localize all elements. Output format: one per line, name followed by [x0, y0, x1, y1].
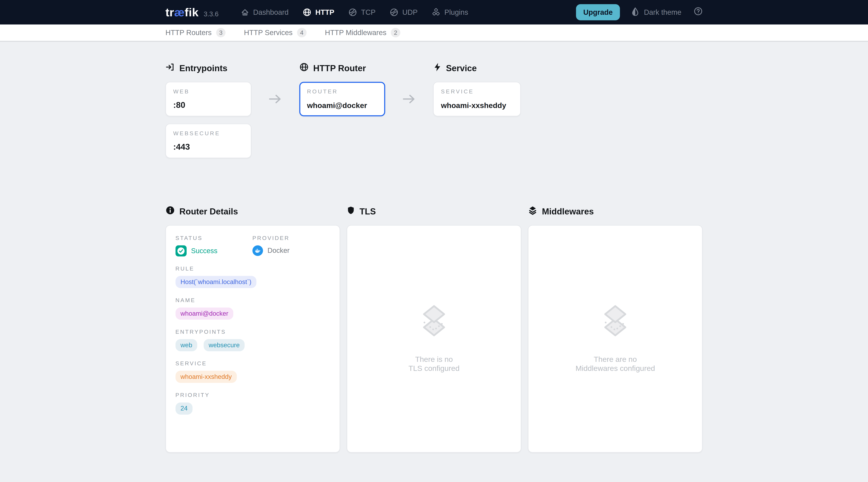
rule-group: RULE Host(`whoami.localhost`)	[176, 266, 330, 288]
priority-chip: 24	[176, 402, 193, 415]
name-group: NAME whoami@docker	[176, 297, 330, 320]
tab-http-middlewares[interactable]: HTTP Middlewares 2	[325, 28, 401, 37]
card-label: WEBSECURE	[173, 130, 244, 137]
cubes-icon	[432, 8, 440, 17]
card-value: :80	[173, 100, 244, 110]
question-circle-icon	[694, 7, 703, 18]
provider-value: Docker	[268, 246, 289, 254]
upgrade-button[interactable]: Upgrade	[576, 4, 620, 20]
tab-count-badge: 3	[216, 28, 226, 37]
nav-item-label: TCP	[361, 8, 376, 17]
section-title: Service	[446, 63, 477, 73]
card-label: ROUTER	[307, 88, 378, 95]
middlewares-panel: There are no Middlewares configured	[528, 225, 703, 453]
nav-item-tcp[interactable]: TCP	[348, 8, 375, 17]
bolt-icon	[433, 62, 441, 74]
tab-label: HTTP Routers	[165, 28, 212, 37]
theme-toggle-label: Dark theme	[644, 8, 681, 17]
pipeline-arrow	[385, 62, 433, 104]
tab-http-routers[interactable]: HTTP Routers 3	[165, 28, 225, 37]
section-title: Router Details	[179, 206, 238, 216]
field-label: SERVICE	[176, 360, 330, 367]
entrypoint-chip: websecure	[204, 339, 245, 351]
service-group: SERVICE whoami-xxsheddy	[176, 360, 330, 383]
logo-ae: æ	[174, 6, 185, 19]
droplet-icon	[631, 7, 639, 18]
tab-bar: HTTP Routers 3 HTTP Services 4 HTTP Midd…	[0, 25, 868, 42]
field-label: STATUS	[176, 235, 252, 241]
tls-panel: There is no TLS configured	[347, 225, 521, 453]
layers-empty-icon	[418, 305, 450, 339]
main-content: Entrypoints WEB :80 WEBSECURE :443	[0, 42, 868, 482]
card-value: whoami@docker	[307, 101, 378, 110]
field-label: RULE	[176, 266, 330, 272]
router-details-header: Router Details	[165, 206, 340, 217]
router-details-column: Router Details STATUS	[165, 206, 340, 452]
traefik-logo[interactable]: træfik	[165, 5, 198, 19]
status-value: Success	[191, 247, 218, 255]
status-provider-row: STATUS Success	[176, 235, 330, 265]
field-label: PRIORITY	[176, 392, 330, 398]
service-header: Service	[433, 62, 521, 74]
section-title: Middlewares	[542, 206, 594, 216]
sphere-icon	[390, 8, 398, 17]
name-chip: whoami@docker	[176, 307, 233, 320]
tab-count-badge: 4	[297, 28, 307, 37]
service-column: Service SERVICE whoami-xxsheddy	[433, 62, 521, 116]
tab-http-services[interactable]: HTTP Services 4	[244, 28, 306, 37]
nav-item-dashboard[interactable]: Dashboard	[241, 8, 288, 17]
globe-icon	[303, 8, 311, 17]
nav-item-label: Plugins	[444, 8, 468, 17]
entrypoint-card-web: WEB :80	[165, 82, 251, 116]
rule-chip: Host(`whoami.localhost`)	[176, 276, 256, 288]
router-pipeline: Entrypoints WEB :80 WEBSECURE :443	[165, 62, 703, 158]
router-details-panel: STATUS Success	[165, 225, 340, 453]
globe-icon	[299, 62, 309, 74]
page: træfik 3.3.6 Dashboard	[0, 0, 868, 482]
entrypoint-chip: web	[176, 339, 197, 351]
home-icon	[241, 8, 249, 17]
success-check-icon	[176, 245, 187, 257]
tls-column: TLS There is no TLS configured	[347, 206, 521, 452]
service-card[interactable]: SERVICE whoami-xxsheddy	[433, 82, 521, 116]
version-label: 3.3.6	[204, 10, 219, 18]
sphere-icon	[348, 8, 357, 17]
logo-text: fik	[185, 6, 199, 19]
field-label: PROVIDER	[252, 235, 330, 241]
navbar-right: Upgrade Dark theme	[576, 4, 703, 20]
layers-icon	[528, 206, 537, 217]
status-group: STATUS Success	[176, 235, 252, 257]
theme-toggle[interactable]: Dark theme	[631, 7, 681, 18]
entrypoint-card-websecure: WEBSECURE :443	[165, 124, 251, 158]
arrow-right-icon	[269, 94, 282, 104]
router-card[interactable]: ROUTER whoami@docker	[299, 82, 385, 116]
nav-item-label: HTTP	[315, 8, 334, 17]
provider-group: PROVIDER	[252, 235, 330, 257]
shield-icon	[347, 206, 355, 217]
http-router-header: HTTP Router	[299, 62, 385, 74]
top-navbar: træfik 3.3.6 Dashboard	[0, 0, 868, 25]
section-title: Entrypoints	[179, 63, 227, 73]
card-value: :443	[173, 142, 244, 152]
entrypoints-group: ENTRYPOINTS web websecure	[176, 329, 330, 352]
enter-icon	[165, 62, 175, 74]
entrypoints-column: Entrypoints WEB :80 WEBSECURE :443	[165, 62, 251, 158]
empty-message: There are no Middlewares configured	[576, 355, 655, 373]
router-column: HTTP Router ROUTER whoami@docker	[299, 62, 385, 116]
empty-message: There is no TLS configured	[408, 355, 460, 373]
tab-label: HTTP Services	[244, 28, 292, 37]
tab-count-badge: 2	[391, 28, 400, 37]
main-nav: Dashboard HTTP	[241, 8, 468, 17]
tab-label: HTTP Middlewares	[325, 28, 386, 37]
nav-item-udp[interactable]: UDP	[390, 8, 418, 17]
empty-line: There is no	[408, 355, 460, 364]
help-button[interactable]	[694, 7, 703, 18]
priority-group: PRIORITY 24	[176, 392, 330, 415]
logo-text: tr	[165, 6, 174, 19]
tls-header: TLS	[347, 206, 521, 217]
empty-line: Middlewares configured	[576, 364, 655, 373]
nav-item-http[interactable]: HTTP	[303, 8, 334, 17]
nav-item-plugins[interactable]: Plugins	[432, 8, 468, 17]
middlewares-header: Middlewares	[528, 206, 703, 217]
card-label: SERVICE	[441, 88, 513, 95]
